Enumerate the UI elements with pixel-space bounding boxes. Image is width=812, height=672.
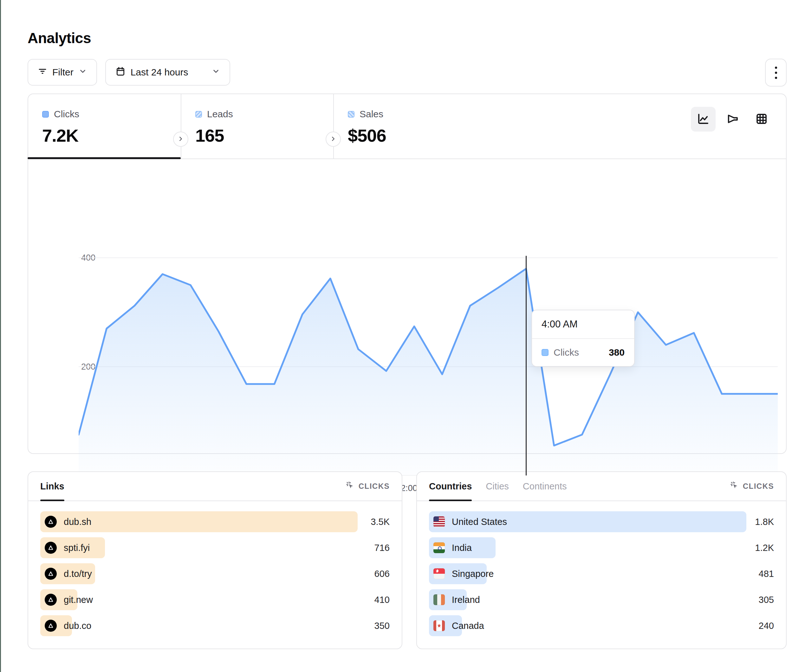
tab-cities[interactable]: Cities: [486, 472, 509, 500]
tab-countries[interactable]: Countries: [429, 472, 472, 500]
link-row[interactable]: dub.co 350: [40, 615, 390, 636]
area-chart-svg: [78, 243, 778, 476]
sales-legend-marker: [348, 111, 355, 118]
tab-links-label: Links: [40, 481, 64, 492]
chart-tooltip: 4:00 AM Clicks 380: [531, 310, 635, 367]
country-row[interactable]: Singapore 481: [429, 563, 774, 584]
dub-logo-icon: [45, 620, 57, 632]
chart-view-toggle: [691, 107, 774, 131]
chevron-right-icon: [330, 135, 337, 143]
tab-leads[interactable]: Leads 165: [181, 94, 333, 159]
tab-clicks-label: Clicks: [54, 109, 79, 119]
tab-sales-value: $506: [348, 125, 486, 146]
kebab-menu-button[interactable]: [765, 59, 786, 87]
link-row[interactable]: git.new 410: [40, 589, 390, 610]
filter-button-label: Filter: [52, 67, 73, 78]
table-icon: [755, 112, 768, 126]
tooltip-time: 4:00 AM: [532, 310, 634, 339]
cursor-click-icon: [345, 481, 355, 492]
country-clicks-value: 240: [759, 615, 774, 636]
geo-rows: United States 1.8K India 1.2K Singapore …: [417, 501, 786, 636]
tab-links[interactable]: Links: [40, 472, 64, 500]
link-name: dub.co: [64, 621, 91, 631]
country-clicks-value: 481: [759, 563, 774, 584]
country-row[interactable]: India 1.2K: [429, 537, 774, 558]
link-row[interactable]: dub.sh 3.5K: [40, 511, 390, 532]
dub-logo-icon: [45, 568, 57, 580]
dub-logo-icon: [45, 516, 57, 528]
tab-sales[interactable]: Sales $506: [333, 94, 486, 159]
date-range-label: Last 24 hours: [131, 67, 188, 78]
us-flag-icon: [433, 516, 445, 527]
tooltip-series-label: Clicks: [554, 347, 579, 358]
clicks-chart: 0200400 4:00 AM Clicks 380 4:00 PM8:00 P…: [28, 159, 786, 454]
clicks-legend-marker: [542, 349, 549, 356]
india-flag-icon: [433, 542, 445, 553]
cursor-click-icon: [730, 481, 739, 492]
geo-panel: Countries Cities Continents CLICKS Unite…: [416, 471, 786, 649]
geo-metric-badge[interactable]: CLICKS: [730, 481, 774, 492]
line-chart-view-button[interactable]: [691, 107, 716, 131]
links-panel: Links CLICKS dub.sh 3.5K: [27, 471, 403, 649]
link-row[interactable]: d.to/try 606: [40, 563, 390, 584]
country-name: Canada: [452, 621, 484, 631]
country-name: Singapore: [452, 569, 494, 579]
tab-sales-label: Sales: [360, 109, 383, 119]
expand-clicks-button[interactable]: [173, 131, 188, 147]
tab-leads-value: 165: [195, 125, 333, 146]
line-chart-icon: [697, 112, 710, 126]
links-rows: dub.sh 3.5K spti.fyi 716 d.to/try 606: [28, 501, 402, 636]
plot-area[interactable]: 4:00 AM Clicks 380: [78, 243, 778, 476]
dub-logo-icon: [45, 542, 57, 554]
tab-leads-label: Leads: [207, 109, 233, 119]
expand-leads-button[interactable]: [326, 131, 341, 147]
country-name: United States: [452, 517, 507, 527]
clicks-legend-marker: [42, 111, 49, 118]
link-name: d.to/try: [64, 569, 92, 579]
table-view-button[interactable]: [749, 107, 774, 131]
funnel-chart-icon: [726, 112, 739, 126]
kebab-menu-icon: [775, 67, 777, 69]
country-name: India: [452, 543, 472, 553]
leads-legend-marker: [195, 111, 202, 118]
link-clicks-value: 716: [374, 537, 390, 558]
country-row[interactable]: Ireland 305: [429, 589, 774, 610]
link-clicks-value: 350: [374, 615, 390, 636]
dub-logo-icon: [45, 594, 57, 606]
filter-button[interactable]: Filter: [27, 59, 97, 85]
link-row[interactable]: spti.fyi 716: [40, 537, 390, 558]
country-name: Ireland: [452, 595, 480, 605]
link-name: dub.sh: [64, 517, 91, 527]
chevron-down-icon: [78, 67, 87, 78]
ireland-flag-icon: [433, 594, 445, 605]
tab-continents[interactable]: Continents: [523, 472, 567, 500]
link-name: git.new: [64, 595, 93, 605]
links-panel-header: Links CLICKS: [28, 472, 402, 501]
analytics-card: Clicks 7.2K Leads 165 Sales $506: [27, 94, 786, 454]
country-row[interactable]: United States 1.8K: [429, 511, 774, 532]
date-range-button[interactable]: Last 24 hours: [105, 59, 230, 85]
links-metric-badge[interactable]: CLICKS: [345, 481, 390, 492]
canada-flag-icon: [433, 620, 445, 631]
page-title: Analytics: [27, 29, 91, 47]
tooltip-value: 380: [609, 347, 624, 358]
country-clicks-value: 1.2K: [755, 537, 774, 558]
geo-panel-header: Countries Cities Continents CLICKS: [417, 472, 786, 501]
chevron-down-icon: [212, 67, 220, 78]
link-name: spti.fyi: [64, 543, 90, 553]
tab-clicks-value: 7.2K: [42, 125, 181, 146]
singapore-flag-icon: [433, 568, 445, 579]
country-clicks-value: 1.8K: [755, 511, 774, 532]
tab-cities-label: Cities: [486, 481, 509, 492]
link-clicks-value: 606: [374, 563, 390, 584]
calendar-icon: [115, 66, 126, 78]
links-metric-label: CLICKS: [358, 482, 390, 491]
tab-continents-label: Continents: [523, 481, 567, 492]
tab-countries-label: Countries: [429, 481, 472, 492]
toolbar: Filter Last 24 hours: [27, 59, 230, 85]
country-row[interactable]: Canada 240: [429, 615, 774, 636]
link-clicks-value: 410: [374, 589, 390, 610]
metric-tabs: Clicks 7.2K Leads 165 Sales $506: [28, 94, 786, 159]
funnel-chart-view-button[interactable]: [720, 107, 745, 131]
tab-clicks[interactable]: Clicks 7.2K: [28, 94, 181, 159]
